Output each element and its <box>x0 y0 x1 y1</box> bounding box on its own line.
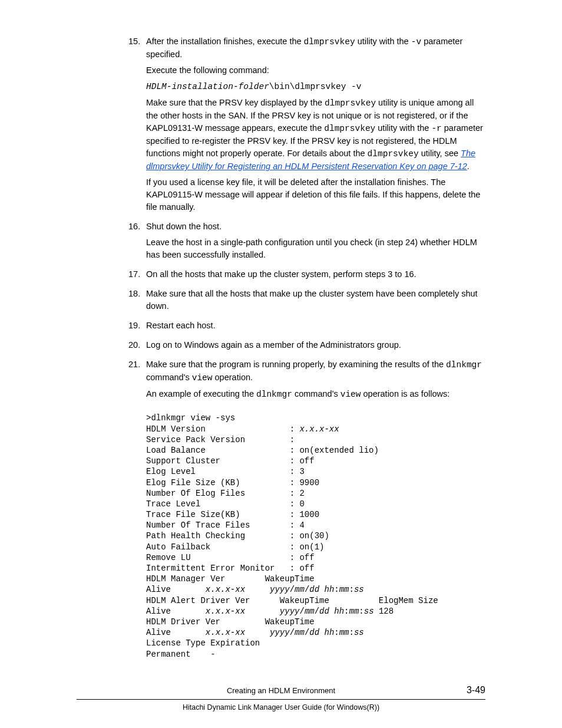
step-16: 16. Shut down the host. Leave the host i… <box>146 220 485 261</box>
step-number: 18. <box>128 288 140 300</box>
code-output: >dlnkmgr view -sys HDLM Version : x.x.x-… <box>146 413 485 659</box>
step-text: Shut down the host. <box>146 220 485 233</box>
step-text: After the installation finishes, execute… <box>146 35 485 61</box>
step-number: 17. <box>128 268 140 281</box>
step-18: 18. Make sure that all the hosts that ma… <box>146 288 485 312</box>
step-text: On all the hosts that make up the cluste… <box>146 268 485 281</box>
step-number: 21. <box>128 358 140 371</box>
step-number: 15. <box>128 35 140 48</box>
step-17: 17. On all the hosts that make up the cl… <box>146 268 485 281</box>
step-15: 15. After the installation finishes, exe… <box>146 35 485 213</box>
step-text: Leave the host in a single-path configur… <box>146 236 485 261</box>
command-text: HDLM-installation-folder\bin\dlmprsvkey … <box>146 80 485 93</box>
page-footer: Creating an HDLM Environment 3-49 Hitach… <box>77 683 485 713</box>
step-21: 21. Make sure that the program is runnin… <box>146 358 485 659</box>
step-20: 20. Log on to Windows again as a member … <box>146 339 485 351</box>
step-text: If you used a license key file, it will … <box>146 176 485 213</box>
step-text: Make sure that the PRSV key displayed by… <box>146 97 485 173</box>
step-text: Execute the following command: <box>146 64 485 77</box>
page-number: 3-49 <box>456 683 485 697</box>
step-number: 16. <box>128 220 140 233</box>
footer-guide-title: Hitachi Dynamic Link Manager User Guide … <box>77 700 485 713</box>
step-19: 19. Restart each host. <box>146 319 485 332</box>
step-text: Make sure that the program is running pr… <box>146 358 485 384</box>
step-number: 20. <box>128 339 140 351</box>
step-number: 19. <box>128 319 140 332</box>
step-text: Make sure that all the hosts that make u… <box>146 288 485 312</box>
step-text: Restart each host. <box>146 319 485 332</box>
footer-section-title: Creating an HDLM Environment <box>106 686 456 697</box>
step-text: An example of executing the dlnkmgr comm… <box>146 388 485 401</box>
step-text: Log on to Windows again as a member of t… <box>146 339 485 351</box>
